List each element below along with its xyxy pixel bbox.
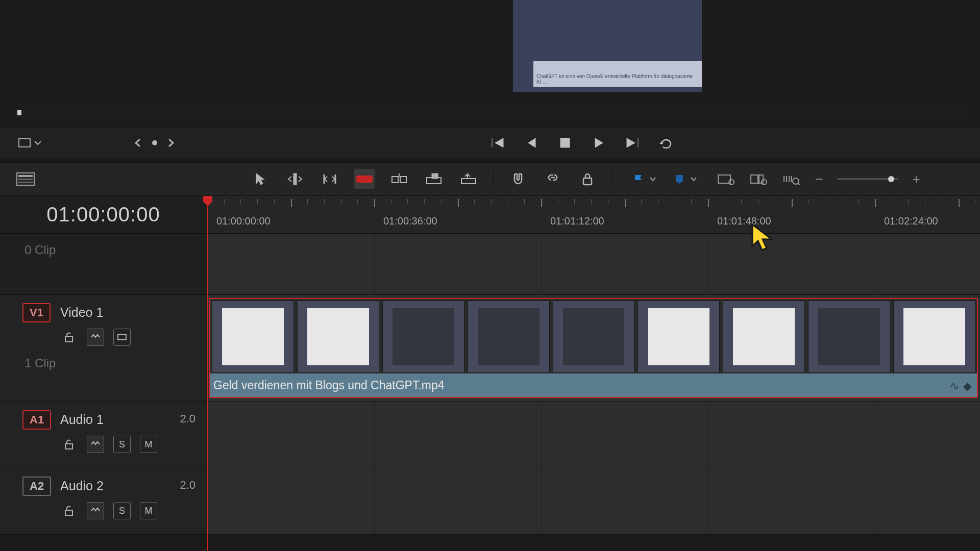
track-auto-select-a1[interactable] (87, 436, 104, 453)
clip-filename: Geld verdienen mit Blogs und ChatGPT.mp4 (210, 373, 977, 397)
zoom-detail-icon (750, 173, 767, 185)
zoom-out-button[interactable]: − (814, 173, 825, 185)
track-auto-select-a2[interactable] (87, 502, 104, 519)
preview-caption: ChatGPT ist eine von OpenAI entwickelte … (533, 61, 702, 87)
chevron-left-icon[interactable] (134, 138, 143, 147)
svg-point-21 (762, 180, 767, 185)
video1-track-header[interactable]: V1 Video 1 1 Clip (0, 295, 207, 402)
timeline-view-icon (16, 172, 35, 186)
track-name-a2: Audio 2 (60, 479, 104, 493)
solo-a2[interactable]: S (113, 502, 131, 519)
chevron-right-icon[interactable] (166, 138, 176, 147)
timeline-ruler[interactable]: 01:00:00:00 01:00:36:00 01:01:12:00 01:0… (207, 196, 980, 234)
track-lock-a2[interactable] (60, 502, 78, 519)
audio2-lane[interactable] (207, 468, 980, 535)
chevron-down-icon[interactable] (649, 176, 656, 183)
zoom-slider-knob[interactable] (888, 176, 894, 182)
svg-rect-5 (293, 173, 297, 185)
lock-open-icon (64, 506, 74, 516)
timeline-view-button[interactable] (15, 171, 36, 187)
svg-rect-0 (560, 138, 570, 147)
audio1-lane[interactable] (207, 402, 980, 468)
ruler-label: 01:01:12:00 (550, 215, 604, 227)
overwrite-tool[interactable] (424, 169, 444, 189)
razor-icon (355, 173, 374, 185)
ruler-label: 01:01:48:00 (717, 215, 771, 227)
zoom-custom-icon (782, 173, 800, 185)
trim-tool[interactable] (285, 169, 305, 189)
svg-rect-8 (361, 178, 363, 181)
lock-toggle[interactable] (577, 169, 598, 189)
auto-select-icon (90, 507, 101, 515)
marker-icon[interactable] (674, 173, 685, 185)
zoom-slider[interactable] (837, 178, 898, 180)
auto-select-icon (90, 333, 101, 341)
zoom-custom-button[interactable] (781, 169, 801, 189)
chevron-down-icon[interactable] (690, 176, 697, 183)
scrub-bar[interactable] (13, 107, 968, 118)
zoom-detail-button[interactable] (748, 169, 769, 189)
razor-tool[interactable] (354, 169, 375, 189)
ruler-label: 01:02:24:00 (884, 215, 938, 227)
track-tag-v1[interactable]: V1 (22, 303, 51, 322)
clip-fx-icons[interactable]: ∿◆ (950, 380, 972, 393)
zoom-fit-icon (717, 173, 734, 185)
audio2-track-header[interactable]: A2 Audio 2 2.0 S M (0, 468, 207, 535)
subclip-lane[interactable] (207, 234, 980, 295)
loop-button[interactable] (658, 135, 674, 151)
track-lock-a1[interactable] (60, 436, 78, 453)
lock-open-icon (64, 332, 74, 342)
preview-area: ChatGPT ist eine von OpenAI entwickelte … (0, 0, 980, 102)
svg-rect-11 (392, 177, 398, 183)
svg-rect-25 (65, 444, 72, 449)
replace-tool[interactable] (458, 169, 479, 189)
skip-back-button[interactable] (490, 135, 505, 151)
clip-thumbnails (210, 299, 977, 374)
svg-rect-3 (18, 179, 33, 180)
svg-rect-16 (583, 178, 592, 185)
pointer-tool[interactable] (250, 169, 271, 189)
link-toggle[interactable] (543, 169, 563, 189)
mute-a1[interactable]: M (140, 436, 157, 453)
mute-a2[interactable]: M (140, 502, 157, 519)
step-back-button[interactable] (524, 135, 539, 151)
svg-rect-20 (759, 175, 763, 183)
video1-lane[interactable]: Geld verdienen mit Blogs und ChatGPT.mp4… (207, 295, 980, 402)
track-enable-v1[interactable] (113, 329, 131, 346)
snap-toggle[interactable] (508, 169, 528, 189)
dot-icon[interactable] (152, 140, 157, 145)
audio1-track-header[interactable]: A1 Audio 1 2.0 S M (0, 402, 207, 468)
dynamic-trim-tool[interactable] (320, 169, 340, 189)
playhead[interactable] (207, 196, 208, 551)
track-lock-v1[interactable] (60, 329, 78, 346)
lock-icon (581, 172, 594, 186)
zoom-in-button[interactable]: + (911, 173, 922, 185)
timecode-value: 01:00:00:00 (46, 203, 160, 226)
svg-point-18 (729, 180, 734, 185)
channel-label-a1: 2.0 (180, 412, 195, 425)
snap-magnet-icon (511, 172, 525, 186)
insert-tool[interactable] (389, 169, 409, 189)
svg-rect-23 (65, 337, 72, 342)
lock-open-icon (64, 439, 74, 449)
play-button[interactable] (591, 135, 606, 151)
track-tag-a1[interactable]: A1 (22, 410, 51, 430)
skip-forward-button[interactable] (625, 135, 640, 151)
track-auto-select-v1[interactable] (87, 329, 104, 346)
fx-curve-icon[interactable]: ∿ (950, 380, 959, 393)
svg-rect-2 (18, 175, 33, 177)
ruler-label: 01:00:36:00 (383, 215, 437, 227)
zoom-fit-button[interactable] (716, 169, 736, 189)
clip-count-v1: 1 Clip (24, 356, 56, 370)
stop-button[interactable] (557, 135, 573, 151)
solo-a1[interactable]: S (113, 436, 131, 453)
scrub-handle[interactable] (17, 110, 21, 115)
transform-dropdown[interactable] (18, 138, 42, 147)
flag-icon[interactable] (633, 173, 644, 185)
video-clip[interactable]: Geld verdienen mit Blogs und ChatGPT.mp4… (209, 298, 978, 398)
subclip-track-header[interactable]: 0 Clip (0, 234, 207, 295)
insert-icon (390, 172, 408, 186)
fx-keyframe-icon[interactable]: ◆ (963, 380, 972, 393)
timecode-display[interactable]: 01:00:00:00 (0, 196, 207, 234)
track-tag-a2[interactable]: A2 (22, 477, 51, 496)
